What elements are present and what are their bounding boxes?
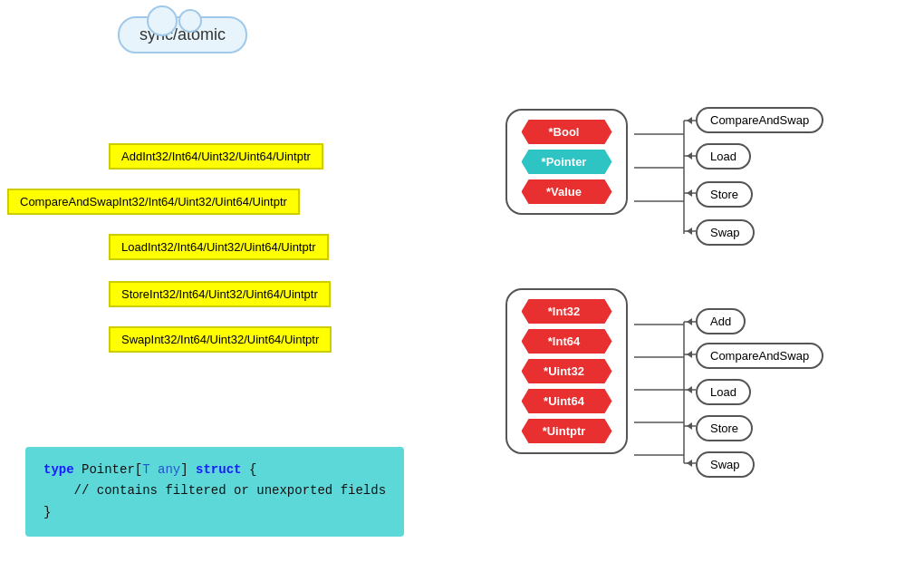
- bottom-types-container: *Int32 *Int64 *Uint32 *Uint64 *Uintptr: [505, 288, 628, 454]
- svg-marker-21: [687, 189, 692, 197]
- code-line-3: }: [43, 502, 386, 524]
- uint64-type: *Uint64: [522, 389, 612, 413]
- package-name: sync/atomic: [118, 16, 247, 53]
- cas-func-box: CompareAndSwapInt32/Int64/Uint32/Uint64/…: [7, 189, 300, 215]
- int32-type: *Int32: [522, 299, 612, 324]
- code-snippet: type Pointer[T any] struct { // contains…: [25, 447, 404, 537]
- bot-swap-pill: Swap: [696, 451, 755, 478]
- bot-add-pill: Add: [696, 308, 746, 334]
- value-type: *Value: [522, 179, 612, 204]
- svg-marker-19: [687, 117, 692, 124]
- swap-func-box: SwapInt32/Int64/Uint32/Uint64/Uintptr: [109, 326, 332, 353]
- bot-load-pill: Load: [696, 379, 751, 405]
- uintptr-type: *Uintptr: [522, 419, 612, 443]
- top-swap-pill: Swap: [696, 219, 755, 246]
- bot-compareandswap-pill: CompareAndSwap: [696, 343, 823, 369]
- top-compareandswap-pill: CompareAndSwap: [696, 107, 823, 133]
- top-store-pill: Store: [696, 181, 753, 208]
- code-line-2: // contains filtered or unexported field…: [43, 480, 386, 502]
- int64-type: *Int64: [522, 329, 612, 354]
- svg-marker-20: [687, 152, 692, 160]
- svg-marker-24: [687, 351, 692, 358]
- add-func-box: AddInt32/Int64/Uint32/Uint64/Uintptr: [109, 143, 323, 170]
- top-load-pill: Load: [696, 143, 751, 170]
- svg-marker-23: [687, 318, 692, 325]
- svg-marker-26: [687, 422, 692, 430]
- uint32-type: *Uint32: [522, 359, 612, 383]
- load-func-box: LoadInt32/Int64/Uint32/Uint64/Uintptr: [109, 234, 329, 260]
- svg-marker-27: [687, 460, 692, 467]
- store-func-box: StoreInt32/Int64/Uint32/Uint64/Uintptr: [109, 281, 331, 307]
- cloud-label: sync/atomic: [118, 16, 247, 53]
- top-types-container: *Bool *Pointer *Value: [505, 109, 628, 215]
- code-line-1: type Pointer[T any] struct {: [43, 460, 386, 481]
- bool-type: *Bool: [522, 120, 612, 144]
- pointer-type: *Pointer: [522, 150, 612, 174]
- bot-store-pill: Store: [696, 415, 753, 441]
- svg-marker-25: [687, 386, 692, 393]
- svg-marker-22: [687, 228, 692, 235]
